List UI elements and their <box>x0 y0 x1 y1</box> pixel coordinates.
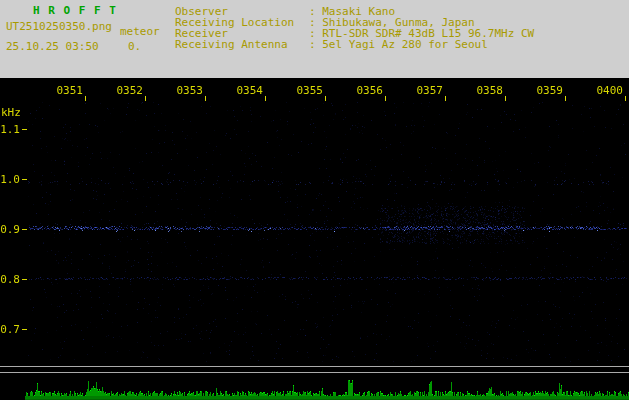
y-axis-tick <box>22 179 27 180</box>
hrofft-spectrogram-output: kHz H R O F F T UT2510250350.png meteor … <box>0 0 629 400</box>
y-axis-label-0.7: 0.7 <box>0 323 20 336</box>
x-axis-label-0352: 0352 <box>113 84 143 97</box>
x-axis-label-0358: 0358 <box>473 84 503 97</box>
y-axis-tick <box>22 329 27 330</box>
x-axis-tick <box>505 96 506 101</box>
x-axis-tick <box>385 96 386 101</box>
x-axis-label-0400: 0400 <box>593 84 623 97</box>
info-value: : 5el Yagi Az 280 for Seoul <box>309 39 488 51</box>
echo-counter: 0. <box>128 41 141 53</box>
y-axis-label-0.9: 0.9 <box>0 223 20 236</box>
x-axis-tick <box>325 96 326 101</box>
info-label: Receiving Antenna <box>175 39 309 51</box>
datetime: 25.10.25 03:50 <box>6 41 99 53</box>
header: H R O F F T UT2510250350.png meteor 25.1… <box>0 0 629 78</box>
x-axis-tick <box>265 96 266 101</box>
x-axis-label-0355: 0355 <box>293 84 323 97</box>
x-axis-label-0356: 0356 <box>353 84 383 97</box>
x-axis-tick <box>205 96 206 101</box>
x-axis-label-0351: 0351 <box>53 84 83 97</box>
x-axis-label-0353: 0353 <box>173 84 203 97</box>
app-title: H R O F F T <box>33 5 117 17</box>
x-axis-label-0357: 0357 <box>413 84 443 97</box>
filename: UT2510250350.png <box>6 21 112 33</box>
x-axis-label-0354: 0354 <box>233 84 263 97</box>
y-axis-tick <box>22 229 27 230</box>
y-axis-unit-label: kHz <box>1 106 21 119</box>
x-axis-tick <box>145 96 146 101</box>
x-axis-tick <box>85 96 86 101</box>
x-axis-tick <box>565 96 566 101</box>
y-axis-tick <box>22 129 27 130</box>
y-axis-label-1.0: 1.0 <box>0 173 20 186</box>
x-axis-tick <box>445 96 446 101</box>
x-axis-tick <box>625 96 626 101</box>
y-axis-tick <box>22 279 27 280</box>
info-row-antenna: Receiving Antenna : 5el Yagi Az 280 for … <box>175 39 488 51</box>
meteor-label: meteor <box>120 26 160 38</box>
x-axis-label-0359: 0359 <box>533 84 563 97</box>
y-axis-label-1.1: 1.1 <box>0 123 20 136</box>
y-axis-label-0.8: 0.8 <box>0 273 20 286</box>
